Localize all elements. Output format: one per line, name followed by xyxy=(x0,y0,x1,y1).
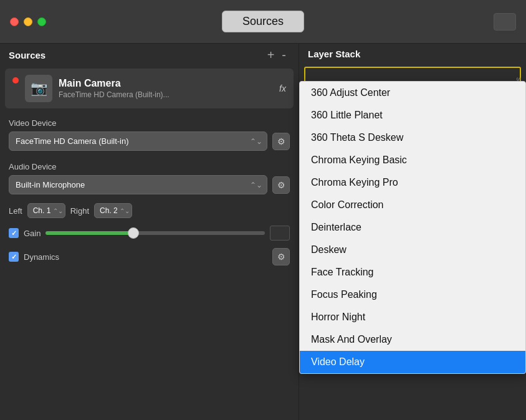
video-device-gear-button[interactable]: ⚙ xyxy=(272,133,290,150)
source-info: Main Camera FaceTime HD Camera (Built-in… xyxy=(59,78,273,99)
gain-slider-wrap xyxy=(45,227,265,239)
gear-icon: ⚙ xyxy=(277,136,285,146)
video-device-row: FaceTime HD Camera (Built-in) ⌃⌄ ⚙ xyxy=(9,131,290,151)
left-panel: Sources + - 📷 Main Camera FaceTime HD Ca… xyxy=(0,44,299,420)
video-device-label: Video Device xyxy=(9,118,290,128)
traffic-lights xyxy=(10,17,46,26)
video-device-section: Video Device FaceTime HD Camera (Built-i… xyxy=(0,111,299,155)
source-active-dot xyxy=(12,77,19,84)
dropdown-item-face-tracking[interactable]: Face Tracking xyxy=(300,261,525,284)
checkmark-icon: ✓ xyxy=(11,229,17,237)
audio-device-section: Audio Device Built-in Microphone ⌃⌄ ⚙ xyxy=(0,155,299,198)
video-device-select[interactable]: FaceTime HD Camera (Built-in) xyxy=(9,131,267,151)
dropdown-item-mask-and-overlay[interactable]: Mask And Overlay xyxy=(300,328,525,351)
sources-title-button[interactable]: Sources xyxy=(222,11,304,32)
right-panel: Layer Stack 360 Adjust Center360 Little … xyxy=(299,44,526,420)
minimize-button[interactable] xyxy=(24,17,32,26)
checkmark-icon-dynamics: ✓ xyxy=(11,253,17,261)
dynamics-gear-button[interactable]: ⚙ xyxy=(272,248,290,265)
main-area: Sources + - 📷 Main Camera FaceTime HD Ca… xyxy=(0,44,526,420)
filter-dropdown-menu: 360 Adjust Center360 Little Planet360 Th… xyxy=(299,81,526,374)
fullscreen-button[interactable] xyxy=(37,17,46,26)
channel-row: Left Ch. 1 ⌃⌄ Right Ch. 2 ⌃⌄ xyxy=(0,198,299,223)
dropdown-item-color-correction[interactable]: Color Correction xyxy=(300,194,525,216)
add-source-button[interactable]: + xyxy=(264,49,279,61)
dropdown-item-horror-night[interactable]: Horror Night xyxy=(300,306,525,328)
gear-icon-dynamics: ⚙ xyxy=(277,252,285,262)
dropdown-item-deskew[interactable]: Deskew xyxy=(300,239,525,261)
dynamics-checkbox[interactable]: ✓ xyxy=(9,252,19,262)
dropdown-item-chroma-keying-basic[interactable]: Chroma Keying Basic xyxy=(300,149,525,171)
dropdown-item-focus-peaking[interactable]: Focus Peaking xyxy=(300,284,525,306)
right-channel-label: Right xyxy=(70,206,89,216)
dropdown-item-360-adjust-center[interactable]: 360 Adjust Center xyxy=(300,82,525,104)
dropdown-item-chroma-keying-pro[interactable]: Chroma Keying Pro xyxy=(300,171,525,194)
source-fx-label[interactable]: fx xyxy=(279,84,286,93)
source-subtitle: FaceTime HD Camera (Built-in)... xyxy=(59,90,273,99)
dropdown-item-deinterlace[interactable]: Deinterlace xyxy=(300,216,525,239)
gear-icon-audio: ⚙ xyxy=(277,180,285,190)
dropdown-item-video-delay[interactable]: Video Delay xyxy=(300,351,525,373)
source-camera-icon: 📷 xyxy=(25,75,52,102)
dropdown-item-360-little-planet[interactable]: 360 Little Planet xyxy=(300,104,525,126)
sources-title-btn-wrap: Sources xyxy=(222,11,304,32)
gain-slider-track xyxy=(45,231,265,235)
gain-checkbox[interactable]: ✓ xyxy=(9,228,19,238)
right-channel-select-wrap: Ch. 2 ⌃⌄ xyxy=(94,203,132,218)
gain-row: ✓ Gain xyxy=(0,223,299,243)
gain-value-box xyxy=(270,226,290,241)
remove-source-button[interactable]: - xyxy=(278,49,290,61)
titlebar: Sources xyxy=(0,0,526,44)
sources-panel-title: Sources xyxy=(9,50,264,60)
layer-stack-header: Layer Stack xyxy=(299,44,526,64)
gain-label: Gain xyxy=(24,229,41,238)
audio-device-select-container: Built-in Microphone ⌃⌄ xyxy=(9,175,267,194)
dynamics-row: ✓ Dynamics ⚙ xyxy=(0,243,299,270)
camera-icon: 📷 xyxy=(31,80,47,97)
gain-slider-thumb[interactable] xyxy=(128,227,139,239)
audio-device-gear-button[interactable]: ⚙ xyxy=(272,176,290,194)
video-device-select-container: FaceTime HD Camera (Built-in) ⌃⌄ xyxy=(9,131,267,151)
sources-panel-header: Sources + - xyxy=(0,44,299,66)
dropdown-item-360-theta-s-deskew[interactable]: 360 Theta S Deskew xyxy=(300,126,525,149)
left-channel-select[interactable]: Ch. 1 xyxy=(27,203,65,218)
audio-device-select[interactable]: Built-in Microphone xyxy=(9,175,267,194)
source-name: Main Camera xyxy=(59,78,273,89)
right-channel-select[interactable]: Ch. 2 xyxy=(94,203,132,218)
left-channel-select-wrap: Ch. 1 ⌃⌄ xyxy=(27,203,65,218)
dynamics-label: Dynamics xyxy=(24,252,267,262)
audio-device-label: Audio Device xyxy=(9,162,290,171)
audio-device-row: Built-in Microphone ⌃⌄ ⚙ xyxy=(9,175,290,194)
titlebar-right-area xyxy=(494,13,516,31)
left-channel-label: Left xyxy=(9,206,22,216)
titlebar-right-button[interactable] xyxy=(494,13,516,31)
close-button[interactable] xyxy=(10,17,19,26)
source-item-main-camera[interactable]: 📷 Main Camera FaceTime HD Camera (Built-… xyxy=(5,69,294,108)
